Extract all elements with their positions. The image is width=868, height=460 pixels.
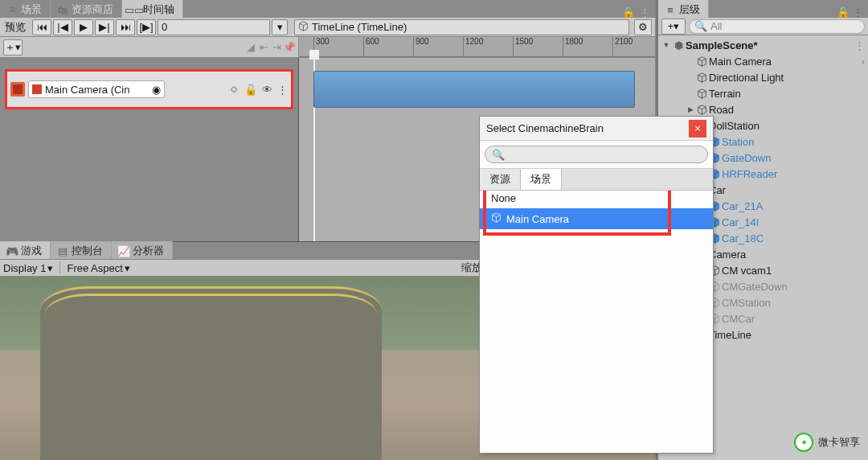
play-button[interactable]: ▶ xyxy=(74,19,93,35)
settings-button[interactable]: ⚙ xyxy=(634,19,652,35)
menu-icon[interactable]: ⋮ xyxy=(852,6,863,18)
scene-root[interactable]: ▼ ⬢ SampleScene* ⋮ xyxy=(658,37,868,53)
kebab-icon[interactable]: ⋮ xyxy=(854,39,865,51)
aspect-dropdown[interactable]: Free Aspect▾ xyxy=(67,262,129,274)
chevron-down-icon: ▾ xyxy=(47,262,53,274)
unlock-icon[interactable]: 🔓 xyxy=(244,84,257,96)
hierarchy-search[interactable]: 🔍All xyxy=(689,19,865,34)
expand-toggle[interactable]: ▶ xyxy=(686,105,695,113)
eye-icon[interactable]: 👁 xyxy=(262,84,272,96)
cube-icon xyxy=(697,88,707,99)
cinemachine-icon xyxy=(10,82,25,97)
prev-frame-button[interactable]: |◀ xyxy=(53,19,72,35)
kebab-icon[interactable]: ⋮ xyxy=(277,84,288,96)
unity-logo-icon: ⬢ xyxy=(673,39,684,51)
tab-profiler[interactable]: 📈分析器 xyxy=(112,241,173,259)
tab-hierarchy[interactable]: ≡层级 xyxy=(658,0,709,18)
lock-icon[interactable]: 🔓 xyxy=(837,6,849,18)
add-track-button[interactable]: ＋▾ xyxy=(3,39,23,55)
hierarchy-item[interactable]: Main Camera› xyxy=(658,53,868,69)
timeline-ruler[interactable]: 3006009001200150018002100 xyxy=(299,37,655,57)
popup-search-field[interactable]: 🔍 xyxy=(485,146,708,163)
hierarchy-item[interactable]: ▶Road xyxy=(658,101,868,117)
timeline-asset-chip[interactable]: TimeLine (TimeLine) xyxy=(294,19,629,35)
pin-icon[interactable]: 📌 xyxy=(284,42,295,53)
ruler-tick: 1200 xyxy=(463,37,483,56)
lock-icon[interactable]: 🔓 xyxy=(623,6,634,18)
popup-title: Select CinemachineBrain xyxy=(486,122,604,134)
cube-icon xyxy=(697,56,707,67)
editor-tabs: ⌗场景 🛍资源商店 ▭▭时间轴 🔓 ⋮ xyxy=(0,0,655,18)
object-picker-icon[interactable]: ◉ xyxy=(152,84,161,96)
next-frame-button[interactable]: ▶| xyxy=(95,19,114,35)
hierarchy-toolbar: +▾ 🔍All xyxy=(658,18,868,35)
go-end-button[interactable]: ⏭ xyxy=(116,19,135,35)
play-range-button[interactable]: [▶] xyxy=(137,19,156,35)
watermark: ✦ 微卡智享 xyxy=(794,433,860,452)
grid-icon: ⌗ xyxy=(6,4,18,15)
frame-field[interactable]: 0 xyxy=(158,19,270,35)
hierarchy-icon: ≡ xyxy=(665,4,676,15)
expand-toggle[interactable]: ▼ xyxy=(661,41,671,49)
popup-item-none[interactable]: None xyxy=(480,191,713,208)
ruler-tick: 2100 xyxy=(612,37,633,56)
tab-asset-store[interactable]: 🛍资源商店 xyxy=(51,0,122,18)
marker-icon[interactable]: ◢ xyxy=(245,42,256,53)
gear-icon: ⚙ xyxy=(638,21,648,33)
tab-timeline[interactable]: ▭▭时间轴 xyxy=(122,0,183,18)
cube-icon xyxy=(697,72,707,83)
close-button[interactable]: × xyxy=(689,120,706,138)
track-binding-field[interactable]: Main Camera (Cin ◉ xyxy=(28,80,165,98)
wechat-icon: ✦ xyxy=(794,433,813,452)
create-dropdown[interactable]: +▾ xyxy=(661,18,686,35)
frame-dropdown[interactable]: ▾ xyxy=(272,19,288,35)
ruler-tick: 1800 xyxy=(563,37,583,56)
road-mesh xyxy=(40,286,382,460)
gamepad-icon: 🎮 xyxy=(6,245,18,257)
cinemachine-track-header[interactable]: Main Camera (Cin ◉ ⭘ 🔓 👁 ⋮ xyxy=(5,69,293,109)
cube-icon xyxy=(697,105,707,115)
object-selector-popup: Select CinemachineBrain × 🔍 资源 场景 None M… xyxy=(479,116,714,454)
popup-tab-scene[interactable]: 场景 xyxy=(521,169,562,190)
goto-start-icon[interactable]: ⇤ xyxy=(258,42,269,53)
goto-end-icon[interactable]: ⇥ xyxy=(271,42,282,53)
cinemachine-clip[interactable] xyxy=(313,71,635,108)
go-start-button[interactable]: ⏮ xyxy=(32,19,51,35)
console-icon: ▤ xyxy=(57,245,68,257)
timeline-icon: ▭▭ xyxy=(129,4,140,15)
display-dropdown[interactable]: Display 1▾ xyxy=(3,262,53,274)
profiler-icon: 📈 xyxy=(118,245,129,257)
record-icon[interactable]: ⭘ xyxy=(229,84,240,96)
ruler-tick: 1500 xyxy=(513,37,533,56)
popup-titlebar[interactable]: Select CinemachineBrain × xyxy=(480,117,713,141)
cube-icon xyxy=(491,212,502,225)
popup-tab-assets[interactable]: 资源 xyxy=(480,169,521,190)
bag-icon: 🛍 xyxy=(57,4,68,15)
cinemachine-small-icon xyxy=(32,84,42,94)
hierarchy-tabs: ≡层级 🔓⋮ xyxy=(658,0,868,18)
search-icon: 🔍 xyxy=(492,149,505,161)
cube-icon xyxy=(298,21,309,34)
menu-icon[interactable]: ⋮ xyxy=(639,6,650,18)
hierarchy-item[interactable]: Terrain xyxy=(658,85,868,101)
timeline-header-row: ＋▾ ◢ ⇤ ⇥ 📌 3006009001200150018002100 xyxy=(0,37,655,58)
tab-console[interactable]: ▤控制台 xyxy=(51,241,112,259)
tab-game[interactable]: 🎮游戏 xyxy=(0,241,51,259)
chevron-down-icon: ▾ xyxy=(125,262,130,274)
ruler-tick: 600 xyxy=(363,37,379,56)
close-icon: × xyxy=(694,122,701,134)
ruler-tick: 900 xyxy=(413,37,429,56)
search-icon: 🔍 xyxy=(694,20,707,32)
tab-scene[interactable]: ⌗场景 xyxy=(0,0,51,18)
popup-list: None Main Camera xyxy=(480,191,713,453)
chevron-right-icon[interactable]: › xyxy=(862,55,865,68)
preview-label[interactable]: 预览 xyxy=(0,20,31,35)
popup-item-main-camera[interactable]: Main Camera xyxy=(480,208,713,229)
timeline-toolbar: 预览 ⏮ |◀ ▶ ▶| ⏭ [▶] 0 ▾ TimeLine (TimeLin… xyxy=(0,18,655,37)
hierarchy-item[interactable]: Directional Light xyxy=(658,69,868,85)
